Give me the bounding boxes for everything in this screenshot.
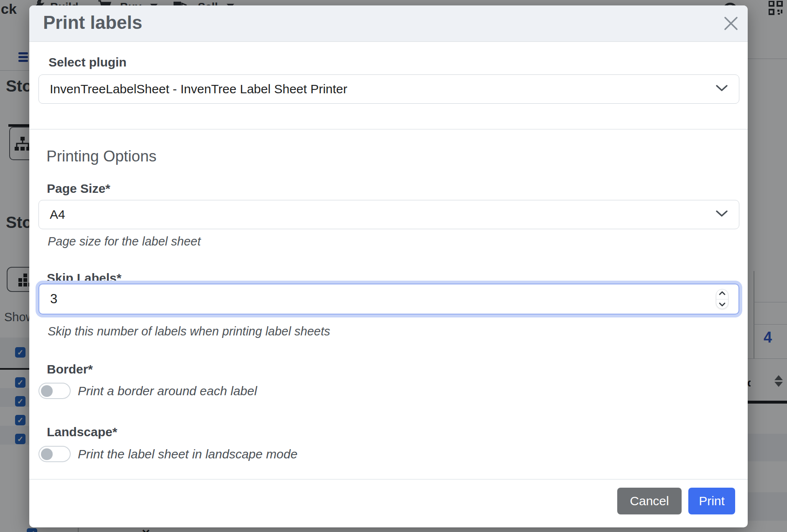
plugin-select[interactable]: InvenTreeLabelSheet - InvenTree Label Sh… [38, 74, 739, 104]
landscape-label: Landscape* [47, 425, 117, 439]
modal-header: Print labels [29, 5, 748, 42]
skip-labels-help: Skip this number of labels when printing… [48, 325, 330, 338]
print-button[interactable]: Print [688, 488, 735, 514]
landscape-toggle[interactable] [38, 446, 71, 462]
chevron-down-icon [715, 210, 728, 219]
border-label: Border* [47, 362, 93, 376]
chevron-down-icon [719, 302, 726, 308]
skip-labels-input[interactable]: 3 [38, 284, 739, 315]
close-button[interactable] [720, 13, 742, 35]
chevron-down-icon [715, 84, 728, 94]
toggle-knob [41, 385, 53, 397]
chevron-up-icon [719, 290, 726, 297]
stepper-down-button[interactable] [716, 301, 728, 309]
close-icon [722, 14, 740, 34]
page-size-help: Page size for the label sheet [48, 235, 201, 248]
number-stepper [716, 289, 728, 309]
print-labels-modal: Print labels Select plugin InvenTreeLabe… [29, 5, 748, 527]
toggle-knob [41, 448, 53, 460]
plugin-label: Select plugin [49, 55, 127, 69]
page-size-select-value: A4 [50, 207, 65, 222]
border-help: Print a border around each label [78, 384, 257, 398]
border-toggle[interactable] [38, 383, 71, 399]
skip-labels-value: 3 [50, 292, 57, 307]
stepper-divider [716, 299, 728, 299]
footer-divider [29, 479, 748, 480]
modal-title: Print labels [43, 12, 142, 33]
screen: ck Build Buy Sell [0, 0, 787, 532]
skip-labels-label: Skip Labels* [47, 271, 121, 285]
section-divider [29, 129, 748, 130]
page-size-label: Page Size* [47, 182, 110, 196]
printing-options-heading: Printing Options [46, 148, 156, 165]
plugin-select-value: InvenTreeLabelSheet - InvenTree Label Sh… [50, 82, 348, 96]
cancel-button[interactable]: Cancel [617, 488, 682, 514]
landscape-help: Print the label sheet in landscape mode [78, 447, 297, 461]
page-size-select[interactable]: A4 [38, 200, 739, 229]
stepper-up-button[interactable] [716, 289, 728, 297]
